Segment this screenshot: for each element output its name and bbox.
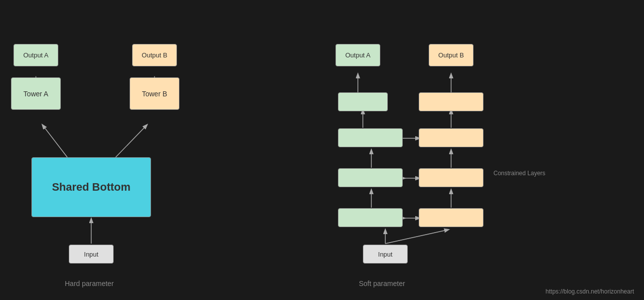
constrained-layers-label: Constrained Layers [493,170,545,177]
hard-output-a: Output A [13,44,58,66]
svg-line-6 [385,230,449,244]
soft-orange-layer1 [419,128,483,147]
hard-tower-b: Tower B [130,77,179,110]
soft-param-label: Soft parameter [359,280,405,288]
soft-orange-layer3 [419,208,483,227]
soft-green-top [338,92,388,111]
watermark: https://blog.csdn.net/horizonheart [546,288,634,295]
soft-green-layer3 [338,208,403,227]
hard-shared-bottom: Shared Bottom [31,157,151,217]
soft-green-layer2 [338,168,403,187]
hard-param-label: Hard parameter [65,280,114,288]
soft-output-b: Output B [429,44,474,66]
soft-input: Input [363,245,408,264]
hard-output-b: Output B [132,44,177,66]
soft-orange-top [419,92,483,111]
svg-line-1 [42,125,67,157]
svg-line-2 [116,125,147,157]
soft-output-a: Output A [335,44,380,66]
hard-tower-a: Tower A [11,77,61,110]
soft-orange-layer2 [419,168,483,187]
hard-input: Input [69,245,114,264]
soft-green-layer1 [338,128,403,147]
